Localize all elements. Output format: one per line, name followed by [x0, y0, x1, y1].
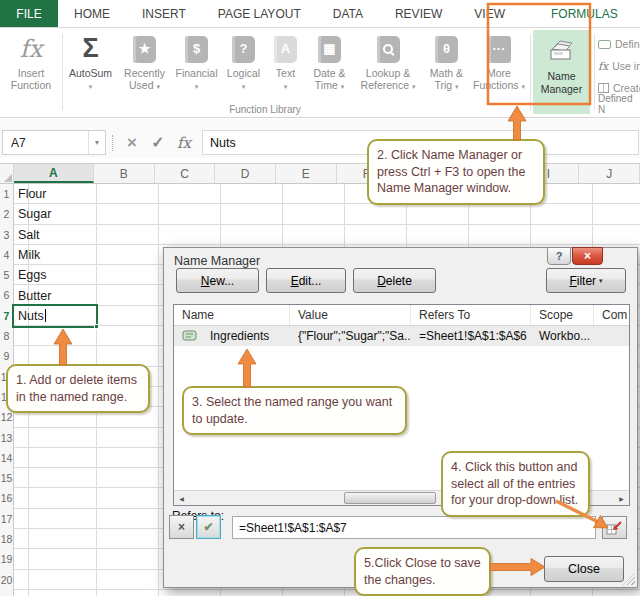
- refers-commit-button[interactable]: ✔: [196, 515, 221, 539]
- create-from-selection-icon: [598, 83, 609, 93]
- tab-review[interactable]: REVIEW: [379, 0, 458, 27]
- column-header-c[interactable]: C: [155, 164, 216, 183]
- tab-page-layout[interactable]: PAGE LAYOUT: [202, 0, 317, 27]
- column-header-a[interactable]: A: [14, 164, 94, 183]
- tab-home[interactable]: HOME: [58, 0, 126, 27]
- new-button[interactable]: New...: [176, 268, 259, 293]
- header-name[interactable]: Name: [174, 305, 290, 325]
- function-library-group-label: Function Library: [195, 104, 335, 115]
- more-functions-button[interactable]: ··· More Functions ▾: [470, 31, 528, 92]
- cell-a4[interactable]: Milk: [18, 245, 40, 265]
- row-header[interactable]: 6: [0, 285, 13, 305]
- cell-a5[interactable]: Eggs: [18, 265, 47, 285]
- cell-a6[interactable]: Butter: [18, 286, 51, 306]
- math-trig-icon: θ: [435, 36, 458, 63]
- column-header-d[interactable]: D: [215, 164, 276, 183]
- defined-names-group-label: Defined N: [598, 93, 640, 115]
- name-manager-button[interactable]: Name Manager: [533, 30, 590, 114]
- row-header[interactable]: 3: [0, 225, 13, 245]
- header-comment[interactable]: Com: [594, 305, 629, 325]
- named-range-icon: [182, 330, 198, 342]
- delete-button[interactable]: Delete: [353, 268, 436, 293]
- tab-formulas[interactable]: FORMULAS: [535, 0, 634, 27]
- cell-a1[interactable]: Flour: [18, 184, 46, 204]
- financial-button[interactable]: $ Financial ▾: [172, 31, 221, 92]
- menu-arrow-icon: ▾: [341, 83, 345, 90]
- text-button[interactable]: A Text ▾: [266, 31, 305, 92]
- financial-icon: $: [185, 36, 208, 63]
- date-time-icon: ▦: [318, 36, 341, 63]
- refers-cancel-button[interactable]: ×: [169, 515, 194, 539]
- filter-button[interactable]: Filter ▾: [546, 268, 626, 293]
- select-all-corner[interactable]: [0, 164, 14, 183]
- row-header[interactable]: 16: [0, 488, 13, 508]
- ribbon: fx Insert Function Σ AutoSum ▾ ★ Recentl…: [0, 28, 640, 118]
- column-header-b[interactable]: B: [94, 164, 155, 183]
- row-header[interactable]: 15: [0, 468, 13, 488]
- recently-used-icon: ★: [133, 36, 156, 63]
- row-header[interactable]: 1: [0, 184, 13, 204]
- scroll-left-icon[interactable]: ◀: [174, 492, 189, 505]
- header-scope[interactable]: Scope: [531, 305, 594, 325]
- tab-data[interactable]: DATA: [317, 0, 379, 27]
- autosum-button[interactable]: Σ AutoSum ▾: [64, 31, 117, 92]
- cancel-icon[interactable]: ×: [120, 130, 144, 155]
- column-header-j[interactable]: J: [579, 164, 640, 183]
- row-header[interactable]: 18: [0, 529, 13, 549]
- range-select-icon: [606, 520, 623, 535]
- tab-view[interactable]: VIEW: [458, 0, 521, 27]
- menu-arrow-icon: ▾: [156, 83, 160, 90]
- row-header[interactable]: 19: [0, 549, 13, 569]
- column-header-e[interactable]: E: [276, 164, 337, 183]
- scroll-right-icon[interactable]: ▶: [614, 492, 629, 505]
- menu-arrow-icon: ▾: [284, 83, 288, 90]
- header-value[interactable]: Value: [290, 305, 411, 325]
- active-cell-selection[interactable]: [12, 304, 98, 328]
- ribbon-tab-bar: FILE HOME INSERT PAGE LAYOUT DATA REVIEW…: [0, 0, 640, 28]
- header-refers-to[interactable]: Refers To: [411, 305, 531, 325]
- scrollbar-thumb[interactable]: [344, 492, 436, 504]
- dialog-close-icon[interactable]: ×: [572, 247, 603, 265]
- math-trig-button[interactable]: θ Math & Trig ▾: [423, 31, 470, 92]
- insert-function-icon[interactable]: fx: [172, 130, 196, 155]
- recently-used-button[interactable]: ★ Recently Used ▾: [117, 31, 172, 92]
- date-time-button[interactable]: ▦ Date & Time ▾: [305, 31, 354, 92]
- fill-handle[interactable]: [94, 324, 99, 329]
- tab-file[interactable]: FILE: [0, 0, 58, 27]
- row-header[interactable]: 5: [0, 265, 13, 285]
- row-header[interactable]: 13: [0, 428, 13, 448]
- lookup-reference-icon: [377, 36, 400, 63]
- insert-function-button[interactable]: fx Insert Function: [2, 31, 60, 92]
- row-header[interactable]: 4: [0, 245, 13, 265]
- text-icon: A: [274, 36, 297, 63]
- cell-a2[interactable]: Sugar: [18, 204, 51, 224]
- row-header[interactable]: 14: [0, 448, 13, 468]
- define-name-item[interactable]: Define: [598, 34, 640, 54]
- enter-icon[interactable]: ✓: [146, 130, 170, 155]
- resize-grip[interactable]: [623, 573, 635, 585]
- row-name: Ingredients: [174, 326, 290, 346]
- row-header[interactable]: 20: [0, 570, 13, 590]
- tab-insert[interactable]: INSERT: [126, 0, 202, 27]
- name-box-dropdown-icon[interactable]: ▾: [88, 131, 105, 154]
- edit-button[interactable]: Edit...: [266, 268, 346, 293]
- row-header[interactable]: 2: [0, 204, 13, 224]
- logical-button[interactable]: ? Logical ▾: [221, 31, 266, 92]
- row-header[interactable]: 17: [0, 509, 13, 529]
- table-row[interactable]: Ingredients {"Flour";"Sugar";"Sa... =She…: [174, 326, 629, 346]
- refers-to-input[interactable]: =Sheet1!$A$1:$A$7: [232, 516, 596, 539]
- row-comment: [594, 326, 629, 346]
- row-header[interactable]: 9: [0, 346, 13, 366]
- name-box[interactable]: A7 ▾: [2, 130, 106, 155]
- range-select-button[interactable]: [602, 516, 627, 539]
- dialog-help-button[interactable]: ?: [547, 247, 571, 265]
- row-scope: Workbo...: [531, 326, 594, 346]
- name-manager-icon: [533, 30, 590, 70]
- cell-a3[interactable]: Salt: [18, 225, 40, 245]
- row-header[interactable]: 21: [0, 590, 13, 596]
- use-in-formula-item[interactable]: fx Use in: [598, 56, 640, 76]
- lookup-reference-button[interactable]: Lookup & Reference ▾: [354, 31, 422, 92]
- close-button[interactable]: Close: [544, 556, 624, 582]
- row-header[interactable]: 8: [0, 326, 13, 346]
- callout-4: 4. Click this button and select all of t…: [441, 451, 590, 517]
